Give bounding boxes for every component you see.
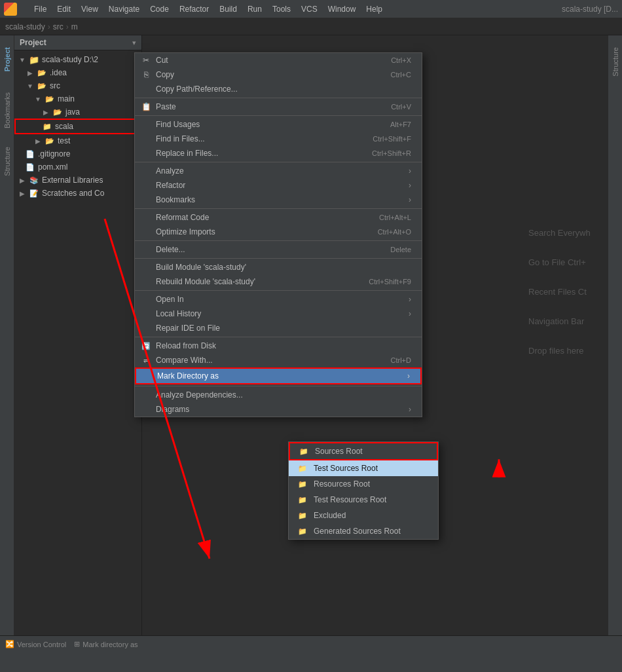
ctx-delete-shortcut: Delete: [390, 246, 411, 253]
tree-scala[interactable]: 📁 scala: [14, 119, 141, 134]
ctx-reformat[interactable]: Reformat Code Ctrl+Alt+L: [135, 210, 422, 225]
menu-file[interactable]: File: [29, 3, 52, 16]
git-icon: 📄: [25, 149, 35, 159]
reload-icon: 🔄: [140, 340, 152, 352]
tree-java[interactable]: ▶ 📂 java: [14, 105, 141, 119]
tree-root[interactable]: ▼ 📁 scala-study D:\2: [14, 53, 141, 66]
ctx-analyzedeps-label: Analyze Dependencies...: [156, 390, 243, 400]
analyze-arrow: ›: [409, 166, 411, 176]
ctx-copypath[interactable]: Copy Path/Reference...: [135, 82, 422, 96]
markdiras-arrow: ›: [407, 371, 410, 381]
ctx-refactor[interactable]: Refactor ›: [135, 178, 422, 193]
ctx-rebuild-label: Rebuild Module 'scala-study': [156, 277, 255, 286]
excluded-icon: 📁: [297, 511, 308, 520]
sep4: [135, 208, 422, 209]
main-arrow: ▼: [33, 94, 43, 104]
menu-run[interactable]: Run: [242, 3, 267, 16]
ctx-compare-shortcut: Ctrl+D: [391, 356, 411, 364]
ctx-repair[interactable]: Repair IDE on File: [135, 321, 422, 335]
ctx-findinfiles[interactable]: Find in Files... Ctrl+Shift+F: [135, 132, 422, 146]
tree-gitignore-label: .gitignore: [38, 149, 70, 159]
menu-refactor[interactable]: Refactor: [174, 3, 214, 16]
ctx-copypath-label: Copy Path/Reference...: [156, 84, 238, 94]
tree-ext-libs[interactable]: ▶ 📚 External Libraries: [14, 174, 141, 187]
status-bar: 🔀 Version Control ⊞ Mark directory as: [0, 635, 622, 652]
tree-gitignore[interactable]: 📄 .gitignore: [14, 147, 141, 160]
submenu-excluded[interactable]: 📁 Excluded: [289, 508, 438, 523]
status-vcs-label: Version Control: [17, 641, 66, 648]
ctx-compare[interactable]: ⇌ Compare With... Ctrl+D: [135, 353, 422, 367]
sources-root-icon: 📁: [298, 447, 310, 456]
test-sources-icon: 📁: [297, 464, 308, 473]
ctx-reformat-label: Reformat Code: [156, 213, 209, 222]
menu-help[interactable]: Help: [361, 3, 388, 16]
tree-pom[interactable]: 📄 pom.xml: [14, 160, 141, 174]
ctx-paste[interactable]: 📋 Paste Ctrl+V: [135, 100, 422, 114]
ctx-analyze[interactable]: Analyze ›: [135, 164, 422, 178]
tree-src[interactable]: ▼ 📂 src: [14, 79, 141, 92]
hint-goto: Go to File Ctrl+: [528, 257, 586, 267]
submenu-test-resources-root[interactable]: 📁 Test Resources Root: [289, 492, 438, 508]
ctx-build[interactable]: Build Module 'scala-study': [135, 260, 422, 274]
ctx-findusages-label: Find Usages: [156, 120, 200, 129]
ctx-replace[interactable]: Replace in Files... Ctrl+Shift+R: [135, 146, 422, 160]
sep5: [135, 240, 422, 241]
tree-root-label: scala-study D:\2: [42, 55, 98, 64]
menubar: File Edit View Navigate Code Refactor Bu…: [0, 0, 622, 18]
tree-extlib-label: External Libraries: [42, 176, 103, 185]
ctx-findusages[interactable]: Find Usages Alt+F7: [135, 117, 422, 132]
src-icon: 📂: [37, 81, 47, 91]
submenu-resources-root[interactable]: 📁 Resources Root: [289, 476, 438, 492]
ctx-copy[interactable]: ⎘ Copy Ctrl+C: [135, 67, 422, 82]
ctx-bookmarks[interactable]: Bookmarks ›: [135, 193, 422, 207]
menu-window[interactable]: Window: [323, 3, 361, 16]
ctx-reload[interactable]: 🔄 Reload from Disk: [135, 339, 422, 353]
ctx-rebuild-shortcut: Ctrl+Shift+F9: [369, 278, 411, 286]
tree-test[interactable]: ▶ 📂 test: [14, 134, 141, 147]
ctx-rebuild[interactable]: Rebuild Module 'scala-study' Ctrl+Shift+…: [135, 274, 422, 289]
menu-vcs[interactable]: VCS: [296, 3, 323, 16]
right-side-tabs: Structure: [608, 35, 622, 635]
tab-bookmarks[interactable]: Bookmarks: [2, 90, 12, 131]
menu-navigate[interactable]: Navigate: [103, 3, 145, 16]
menu-code[interactable]: Code: [145, 3, 174, 16]
project-dropdown[interactable]: ▾: [132, 39, 136, 47]
ctx-diagrams[interactable]: Diagrams ›: [135, 402, 422, 417]
ctx-findinfiles-label: Find in Files...: [156, 134, 205, 143]
status-vcs[interactable]: 🔀 Version Control: [5, 640, 66, 648]
ctx-markdiras[interactable]: Mark Directory as ›: [135, 367, 422, 384]
ctx-cut[interactable]: ✂ Cut Ctrl+X: [135, 53, 422, 67]
tab-structure[interactable]: Structure: [610, 42, 621, 82]
submenu-sources-root[interactable]: 📁 Sources Root: [289, 442, 438, 460]
menu-view[interactable]: View: [76, 3, 103, 16]
tab-project-left[interactable]: Project: [2, 42, 12, 77]
bookmarks-arrow: ›: [409, 195, 411, 204]
ctx-analyzedeps[interactable]: Analyze Dependencies...: [135, 388, 422, 402]
status-markdir[interactable]: ⊞ Mark directory as: [74, 640, 137, 648]
tree-main-label: main: [58, 94, 75, 103]
ctx-openin[interactable]: Open In ›: [135, 292, 422, 307]
tree-scratches[interactable]: ▶ 📝 Scratches and Co: [14, 187, 141, 200]
ctx-replace-shortcut: Ctrl+Shift+R: [372, 149, 411, 157]
ctx-localhistory[interactable]: Local History ›: [135, 307, 422, 321]
scratch-icon: 📝: [29, 188, 39, 198]
menu-tools[interactable]: Tools: [267, 3, 296, 16]
ctx-delete[interactable]: Delete... Delete: [135, 242, 422, 257]
submenu-sources-root-label: Sources Root: [315, 447, 363, 456]
tree-idea[interactable]: ▶ 📂 .idea: [14, 66, 141, 79]
test-arrow: ▶: [33, 136, 43, 146]
ctx-localhistory-label: Local History: [156, 309, 201, 318]
tree-main[interactable]: ▼ 📂 main: [14, 92, 141, 105]
submenu-test-sources-root[interactable]: 📁 Test Sources Root: [289, 460, 438, 476]
scratch-arrow: ▶: [17, 188, 27, 198]
menu-build[interactable]: Build: [214, 3, 242, 16]
ctx-build-label: Build Module 'scala-study': [156, 263, 246, 272]
ctx-optimize[interactable]: Optimize Imports Ctrl+Alt+O: [135, 225, 422, 239]
breadcrumb-sep2: ›: [66, 22, 69, 31]
idea-icon: 📂: [37, 67, 47, 78]
tree-idea-label: .idea: [50, 68, 67, 77]
menu-edit[interactable]: Edit: [52, 3, 76, 16]
tab-structure-left[interactable]: Structure: [2, 144, 12, 179]
submenu-generated-sources[interactable]: 📁 Generated Sources Root: [289, 523, 438, 539]
hint-recent: Recent Files Ct: [528, 287, 587, 297]
